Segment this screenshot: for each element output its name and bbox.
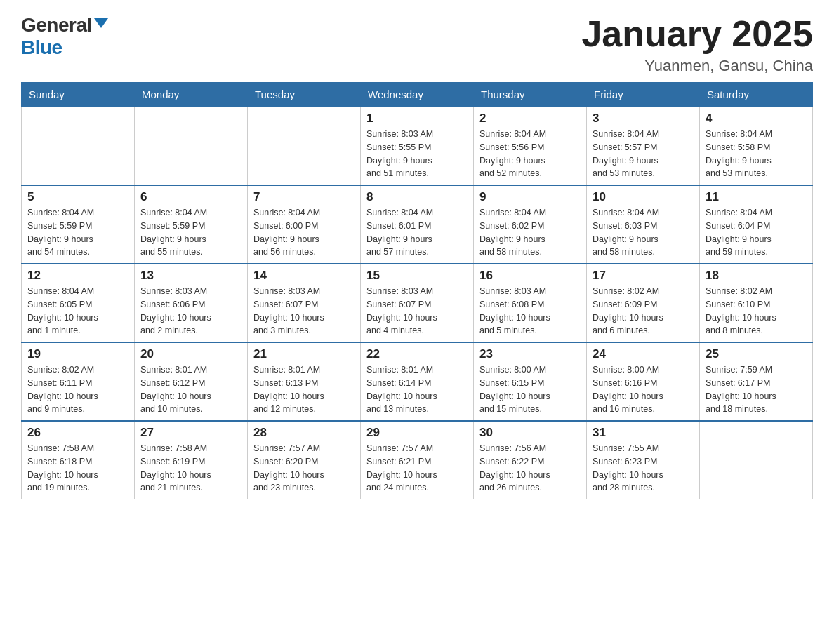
calendar-cell: 19Sunrise: 8:02 AMSunset: 6:11 PMDayligh… <box>22 342 135 421</box>
calendar-table: SundayMondayTuesdayWednesdayThursdayFrid… <box>21 82 813 499</box>
day-info: Sunrise: 8:03 AMSunset: 6:07 PMDaylight:… <box>253 285 355 337</box>
day-header-tuesday: Tuesday <box>248 83 361 107</box>
calendar-cell: 2Sunrise: 8:04 AMSunset: 5:56 PMDaylight… <box>474 107 587 185</box>
day-number: 5 <box>27 190 128 204</box>
day-info: Sunrise: 8:00 AMSunset: 6:15 PMDaylight:… <box>479 363 581 416</box>
calendar-cell <box>700 421 813 499</box>
day-number: 9 <box>479 190 581 204</box>
day-number: 28 <box>253 426 355 440</box>
day-info: Sunrise: 8:03 AMSunset: 5:55 PMDaylight:… <box>366 128 468 180</box>
day-number: 7 <box>253 190 355 204</box>
calendar-cell: 18Sunrise: 8:02 AMSunset: 6:10 PMDayligh… <box>700 264 813 342</box>
day-number: 18 <box>706 269 807 283</box>
day-info: Sunrise: 8:02 AMSunset: 6:09 PMDaylight:… <box>593 285 694 337</box>
week-row-4: 19Sunrise: 8:02 AMSunset: 6:11 PMDayligh… <box>22 342 813 421</box>
calendar-cell: 8Sunrise: 8:04 AMSunset: 6:01 PMDaylight… <box>361 185 474 264</box>
day-info: Sunrise: 8:04 AMSunset: 6:05 PMDaylight:… <box>27 285 128 337</box>
day-number: 30 <box>479 426 581 440</box>
day-number: 26 <box>27 426 128 440</box>
logo-blue-text: Blue <box>21 36 62 59</box>
day-info: Sunrise: 8:04 AMSunset: 5:57 PMDaylight:… <box>593 128 694 180</box>
day-info: Sunrise: 8:04 AMSunset: 5:56 PMDaylight:… <box>479 128 581 180</box>
day-info: Sunrise: 8:04 AMSunset: 6:01 PMDaylight:… <box>366 206 468 259</box>
day-number: 6 <box>140 190 241 204</box>
day-header-saturday: Saturday <box>700 83 813 107</box>
calendar-cell: 13Sunrise: 8:03 AMSunset: 6:06 PMDayligh… <box>135 264 248 342</box>
calendar-cell <box>135 107 248 185</box>
logo-general-text: General <box>21 14 92 36</box>
calendar-cell: 29Sunrise: 7:57 AMSunset: 6:21 PMDayligh… <box>361 421 474 499</box>
day-number: 2 <box>479 112 581 126</box>
day-number: 15 <box>366 269 468 283</box>
calendar-cell: 24Sunrise: 8:00 AMSunset: 6:16 PMDayligh… <box>587 342 700 421</box>
calendar-cell: 6Sunrise: 8:04 AMSunset: 5:59 PMDaylight… <box>135 185 248 264</box>
day-header-friday: Friday <box>587 83 700 107</box>
week-row-5: 26Sunrise: 7:58 AMSunset: 6:18 PMDayligh… <box>22 421 813 499</box>
calendar-cell: 15Sunrise: 8:03 AMSunset: 6:07 PMDayligh… <box>361 264 474 342</box>
calendar-cell: 14Sunrise: 8:03 AMSunset: 6:07 PMDayligh… <box>248 264 361 342</box>
day-info: Sunrise: 8:04 AMSunset: 6:02 PMDaylight:… <box>479 206 581 259</box>
day-header-sunday: Sunday <box>22 83 135 107</box>
logo-triangle-icon <box>94 18 108 28</box>
day-info: Sunrise: 8:00 AMSunset: 6:16 PMDaylight:… <box>593 363 694 416</box>
day-number: 21 <box>253 347 355 361</box>
header: General Blue January 2025 Yuanmen, Gansu… <box>21 14 813 75</box>
calendar-cell: 17Sunrise: 8:02 AMSunset: 6:09 PMDayligh… <box>587 264 700 342</box>
day-number: 12 <box>27 269 128 283</box>
calendar-cell: 26Sunrise: 7:58 AMSunset: 6:18 PMDayligh… <box>22 421 135 499</box>
calendar-cell: 10Sunrise: 8:04 AMSunset: 6:03 PMDayligh… <box>587 185 700 264</box>
day-info: Sunrise: 8:03 AMSunset: 6:08 PMDaylight:… <box>479 285 581 337</box>
day-info: Sunrise: 7:59 AMSunset: 6:17 PMDaylight:… <box>706 363 807 416</box>
day-info: Sunrise: 8:04 AMSunset: 6:00 PMDaylight:… <box>253 206 355 259</box>
calendar-cell: 12Sunrise: 8:04 AMSunset: 6:05 PMDayligh… <box>22 264 135 342</box>
day-number: 11 <box>706 190 807 204</box>
calendar-subtitle: Yuanmen, Gansu, China <box>581 57 813 75</box>
day-info: Sunrise: 7:58 AMSunset: 6:18 PMDaylight:… <box>27 442 128 495</box>
calendar-cell: 27Sunrise: 7:58 AMSunset: 6:19 PMDayligh… <box>135 421 248 499</box>
calendar-cell: 21Sunrise: 8:01 AMSunset: 6:13 PMDayligh… <box>248 342 361 421</box>
day-header-thursday: Thursday <box>474 83 587 107</box>
day-info: Sunrise: 7:56 AMSunset: 6:22 PMDaylight:… <box>479 442 581 495</box>
calendar-cell <box>248 107 361 185</box>
day-info: Sunrise: 8:04 AMSunset: 6:04 PMDaylight:… <box>706 206 807 259</box>
day-number: 14 <box>253 269 355 283</box>
day-number: 13 <box>140 269 241 283</box>
day-header-monday: Monday <box>135 83 248 107</box>
calendar-cell: 28Sunrise: 7:57 AMSunset: 6:20 PMDayligh… <box>248 421 361 499</box>
day-number: 17 <box>593 269 694 283</box>
day-number: 16 <box>479 269 581 283</box>
calendar-cell: 5Sunrise: 8:04 AMSunset: 5:59 PMDaylight… <box>22 185 135 264</box>
calendar-cell: 23Sunrise: 8:00 AMSunset: 6:15 PMDayligh… <box>474 342 587 421</box>
calendar-title: January 2025 <box>581 14 813 54</box>
day-info: Sunrise: 8:01 AMSunset: 6:14 PMDaylight:… <box>366 363 468 416</box>
day-number: 25 <box>706 347 807 361</box>
calendar-cell: 30Sunrise: 7:56 AMSunset: 6:22 PMDayligh… <box>474 421 587 499</box>
calendar-cell: 16Sunrise: 8:03 AMSunset: 6:08 PMDayligh… <box>474 264 587 342</box>
day-info: Sunrise: 7:57 AMSunset: 6:21 PMDaylight:… <box>366 442 468 495</box>
day-header-wednesday: Wednesday <box>361 83 474 107</box>
calendar-cell <box>22 107 135 185</box>
day-header-row: SundayMondayTuesdayWednesdayThursdayFrid… <box>22 83 813 107</box>
calendar-cell: 4Sunrise: 8:04 AMSunset: 5:58 PMDaylight… <box>700 107 813 185</box>
calendar-cell: 1Sunrise: 8:03 AMSunset: 5:55 PMDaylight… <box>361 107 474 185</box>
day-info: Sunrise: 8:03 AMSunset: 6:07 PMDaylight:… <box>366 285 468 337</box>
calendar-cell: 31Sunrise: 7:55 AMSunset: 6:23 PMDayligh… <box>587 421 700 499</box>
day-number: 10 <box>593 190 694 204</box>
day-number: 23 <box>479 347 581 361</box>
day-info: Sunrise: 8:02 AMSunset: 6:11 PMDaylight:… <box>27 363 128 416</box>
day-info: Sunrise: 8:03 AMSunset: 6:06 PMDaylight:… <box>140 285 241 337</box>
day-number: 1 <box>366 112 468 126</box>
day-number: 29 <box>366 426 468 440</box>
day-info: Sunrise: 8:04 AMSunset: 5:58 PMDaylight:… <box>706 128 807 180</box>
week-row-1: 1Sunrise: 8:03 AMSunset: 5:55 PMDaylight… <box>22 107 813 185</box>
day-number: 27 <box>140 426 241 440</box>
day-number: 20 <box>140 347 241 361</box>
calendar-cell: 22Sunrise: 8:01 AMSunset: 6:14 PMDayligh… <box>361 342 474 421</box>
calendar-cell: 9Sunrise: 8:04 AMSunset: 6:02 PMDaylight… <box>474 185 587 264</box>
day-info: Sunrise: 8:04 AMSunset: 5:59 PMDaylight:… <box>140 206 241 259</box>
week-row-2: 5Sunrise: 8:04 AMSunset: 5:59 PMDaylight… <box>22 185 813 264</box>
day-number: 22 <box>366 347 468 361</box>
day-info: Sunrise: 8:04 AMSunset: 6:03 PMDaylight:… <box>593 206 694 259</box>
day-info: Sunrise: 8:04 AMSunset: 5:59 PMDaylight:… <box>27 206 128 259</box>
calendar-cell: 3Sunrise: 8:04 AMSunset: 5:57 PMDaylight… <box>587 107 700 185</box>
